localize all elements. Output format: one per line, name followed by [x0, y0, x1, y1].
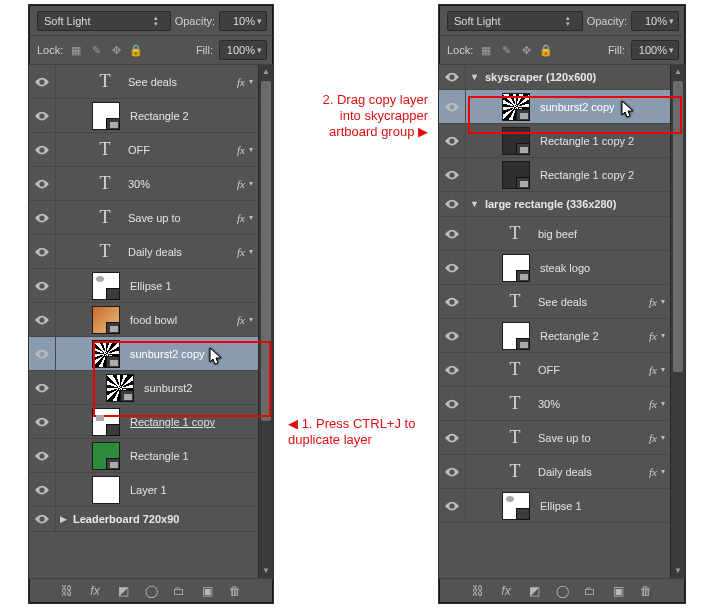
lock-transparency-icon[interactable]: ▦ [69, 43, 83, 57]
scroll-up-icon[interactable]: ▲ [671, 65, 685, 79]
layer-row[interactable]: Ellipse 1 [29, 269, 259, 303]
layer-row[interactable]: Rectangle 2 [29, 99, 259, 133]
scroll-thumb[interactable] [261, 81, 271, 421]
visibility-eye-icon[interactable] [29, 439, 56, 472]
opacity-input[interactable]: 10% ▾ [631, 11, 679, 31]
layer-row[interactable]: TOFFfx▾ [439, 353, 671, 387]
scroll-down-icon[interactable]: ▼ [259, 564, 273, 578]
artboard-group-row[interactable]: ▼large rectangle (336x280) [439, 192, 671, 217]
visibility-eye-icon[interactable] [439, 90, 466, 123]
visibility-eye-icon[interactable] [29, 371, 56, 404]
visibility-eye-icon[interactable] [29, 473, 56, 506]
visibility-eye-icon[interactable] [29, 99, 56, 132]
lock-pixels-icon[interactable]: ✎ [499, 43, 513, 57]
fx-indicator[interactable]: fx [649, 398, 657, 410]
delete-layer-icon[interactable]: 🗑 [639, 584, 653, 598]
layer-row[interactable]: TSave up tofx▾ [29, 201, 259, 235]
layer-row[interactable]: food bowlfx▾ [29, 303, 259, 337]
visibility-eye-icon[interactable] [439, 217, 466, 250]
lock-position-icon[interactable]: ✥ [109, 43, 123, 57]
layer-mask-icon[interactable]: ◩ [116, 584, 130, 598]
lock-position-icon[interactable]: ✥ [519, 43, 533, 57]
layer-row[interactable]: TSave up tofx▾ [439, 421, 671, 455]
layer-row[interactable]: TSee dealsfx▾ [439, 285, 671, 319]
scrollbar[interactable]: ▲ ▼ [670, 65, 685, 578]
layer-row[interactable]: sunburst2 copy [439, 90, 671, 124]
chevron-down-icon[interactable]: ▾ [249, 77, 253, 86]
visibility-eye-icon[interactable] [439, 251, 466, 284]
new-layer-icon[interactable]: ▣ [611, 584, 625, 598]
fx-indicator[interactable]: fx [649, 364, 657, 376]
link-layers-icon[interactable]: ⛓ [471, 584, 485, 598]
layer-row[interactable]: Rectangle 2fx▾ [439, 319, 671, 353]
visibility-eye-icon[interactable] [29, 167, 56, 200]
layer-row[interactable]: sunburst2 [29, 371, 259, 405]
layer-row[interactable]: Rectangle 1 copy [29, 405, 259, 439]
fx-indicator[interactable]: fx [649, 330, 657, 342]
lock-all-icon[interactable]: 🔒 [129, 43, 143, 57]
fx-indicator[interactable]: fx [649, 296, 657, 308]
visibility-eye-icon[interactable] [439, 319, 466, 352]
artboard-group-row[interactable]: ▼skyscraper (120x600) [439, 65, 671, 90]
fx-icon[interactable]: fx [88, 584, 102, 598]
layer-mask-icon[interactable]: ◩ [527, 584, 541, 598]
layer-row[interactable]: TDaily dealsfx▾ [439, 455, 671, 489]
fill-input[interactable]: 100% ▾ [631, 40, 679, 60]
visibility-eye-icon[interactable] [29, 405, 56, 438]
delete-layer-icon[interactable]: 🗑 [228, 584, 242, 598]
fx-indicator[interactable]: fx [237, 144, 245, 156]
scrollbar[interactable]: ▲ ▼ [258, 65, 273, 578]
visibility-eye-icon[interactable] [29, 201, 56, 234]
visibility-eye-icon[interactable] [29, 303, 56, 336]
layer-row[interactable]: Rectangle 1 [29, 439, 259, 473]
link-layers-icon[interactable]: ⛓ [60, 584, 74, 598]
layer-row[interactable]: Rectangle 1 copy 2 [439, 158, 671, 192]
chevron-down-icon[interactable]: ▾ [249, 315, 253, 324]
visibility-eye-icon[interactable] [439, 353, 466, 386]
fx-indicator[interactable]: fx [237, 314, 245, 326]
new-group-icon[interactable]: 🗀 [583, 584, 597, 598]
chevron-down-icon[interactable]: ▾ [249, 145, 253, 154]
lock-transparency-icon[interactable]: ▦ [479, 43, 493, 57]
chevron-down-icon[interactable]: ▾ [661, 297, 665, 306]
blend-mode-dropdown[interactable]: Soft Light [447, 11, 583, 31]
disclosure-open-icon[interactable]: ▼ [470, 72, 479, 82]
visibility-eye-icon[interactable] [439, 158, 466, 191]
visibility-eye-icon[interactable] [439, 124, 466, 157]
visibility-eye-icon[interactable] [439, 192, 466, 216]
visibility-eye-icon[interactable] [439, 421, 466, 454]
disclosure-closed-icon[interactable]: ▶ [60, 514, 67, 524]
lock-pixels-icon[interactable]: ✎ [89, 43, 103, 57]
chevron-down-icon[interactable]: ▾ [661, 399, 665, 408]
visibility-eye-icon[interactable] [439, 387, 466, 420]
new-group-icon[interactable]: 🗀 [172, 584, 186, 598]
scroll-thumb[interactable] [673, 81, 683, 372]
visibility-eye-icon[interactable] [29, 269, 56, 302]
chevron-down-icon[interactable]: ▾ [661, 433, 665, 442]
visibility-eye-icon[interactable] [29, 133, 56, 166]
layer-row[interactable]: Tbig beef [439, 217, 671, 251]
visibility-eye-icon[interactable] [439, 489, 466, 522]
visibility-eye-icon[interactable] [29, 337, 56, 370]
visibility-eye-icon[interactable] [29, 507, 56, 531]
visibility-eye-icon[interactable] [29, 65, 56, 98]
chevron-down-icon[interactable]: ▾ [249, 213, 253, 222]
visibility-eye-icon[interactable] [439, 285, 466, 318]
layer-row[interactable]: T30%fx▾ [439, 387, 671, 421]
chevron-down-icon[interactable]: ▾ [249, 247, 253, 256]
scroll-down-icon[interactable]: ▼ [671, 564, 685, 578]
chevron-down-icon[interactable]: ▾ [661, 365, 665, 374]
visibility-eye-icon[interactable] [29, 235, 56, 268]
blend-mode-dropdown[interactable]: Soft Light [37, 11, 171, 31]
layer-row[interactable]: T30%fx▾ [29, 167, 259, 201]
layer-row[interactable]: Layer 1 [29, 473, 259, 507]
layer-row[interactable]: Rectangle 1 copy 2 [439, 124, 671, 158]
chevron-down-icon[interactable]: ▾ [661, 467, 665, 476]
artboard-group-row[interactable]: ▶Leaderboard 720x90 [29, 507, 259, 532]
fx-indicator[interactable]: fx [237, 246, 245, 258]
scroll-track[interactable] [671, 79, 685, 564]
disclosure-open-icon[interactable]: ▼ [470, 199, 479, 209]
fx-indicator[interactable]: fx [649, 466, 657, 478]
fill-input[interactable]: 100% ▾ [219, 40, 267, 60]
visibility-eye-icon[interactable] [439, 455, 466, 488]
